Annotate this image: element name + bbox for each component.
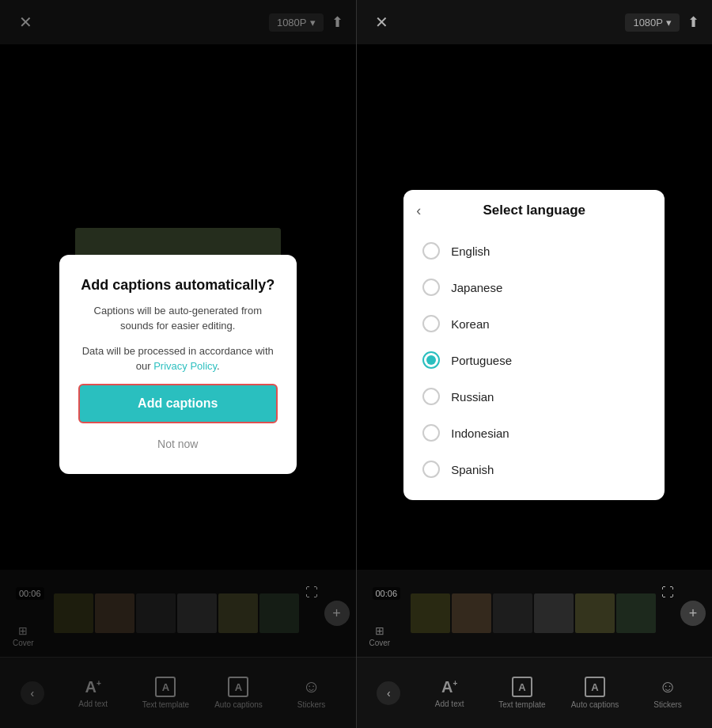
modal-description: Captions will be auto-generated from sou…	[78, 303, 278, 334]
lang-card-header: ‹ Select language	[403, 190, 665, 226]
language-list: EnglishJapaneseKoreanPortugueseRussianIn…	[403, 226, 665, 500]
right-panel: ✕ 1080P ▾ ⬆	[357, 0, 713, 728]
lang-item-english[interactable]: English	[403, 233, 665, 269]
lang-radio-russian	[422, 388, 440, 405]
lang-name-spanish: Spanish	[451, 463, 494, 476]
modal-title: Add captions automatically?	[81, 277, 275, 294]
lang-dialog-title: Select language	[419, 203, 649, 218]
lang-radio-english	[422, 242, 440, 260]
privacy-link[interactable]: Privacy Policy	[153, 360, 217, 372]
lang-name-korean: Korean	[451, 317, 489, 331]
not-now-button[interactable]: Not now	[153, 433, 203, 455]
lang-name-portuguese: Portuguese	[451, 354, 512, 367]
lang-name-english: English	[451, 245, 490, 258]
lang-back-button[interactable]: ‹	[416, 203, 421, 219]
lang-name-indonesian: Indonesian	[451, 427, 509, 440]
lang-item-indonesian[interactable]: Indonesian	[403, 415, 665, 451]
lang-item-korean[interactable]: Korean	[403, 305, 665, 342]
lang-radio-portuguese	[422, 351, 440, 369]
lang-radio-japanese	[422, 279, 440, 296]
left-modal-overlay: Add captions automatically? Captions wil…	[0, 0, 356, 728]
lang-item-japanese[interactable]: Japanese	[403, 269, 665, 305]
select-language-card: ‹ Select language EnglishJapaneseKoreanP…	[403, 190, 665, 500]
lang-item-portuguese[interactable]: Portuguese	[403, 342, 665, 378]
lang-radio-indonesian	[422, 424, 440, 442]
lang-radio-spanish	[422, 461, 440, 478]
modal-privacy-text: Data will be processed in accordance wit…	[78, 343, 278, 374]
lang-name-japanese: Japanese	[451, 281, 502, 294]
right-lang-overlay: ‹ Select language EnglishJapaneseKoreanP…	[357, 0, 713, 728]
add-captions-modal: Add captions automatically? Captions wil…	[59, 255, 297, 474]
lang-item-spanish[interactable]: Spanish	[403, 451, 665, 487]
left-panel: ✕ 1080P ▾ ⬆	[0, 0, 356, 728]
lang-name-russian: Russian	[451, 390, 494, 404]
lang-item-russian[interactable]: Russian	[403, 378, 665, 415]
add-captions-button[interactable]: Add captions	[78, 384, 278, 423]
lang-radio-korean	[422, 315, 440, 332]
